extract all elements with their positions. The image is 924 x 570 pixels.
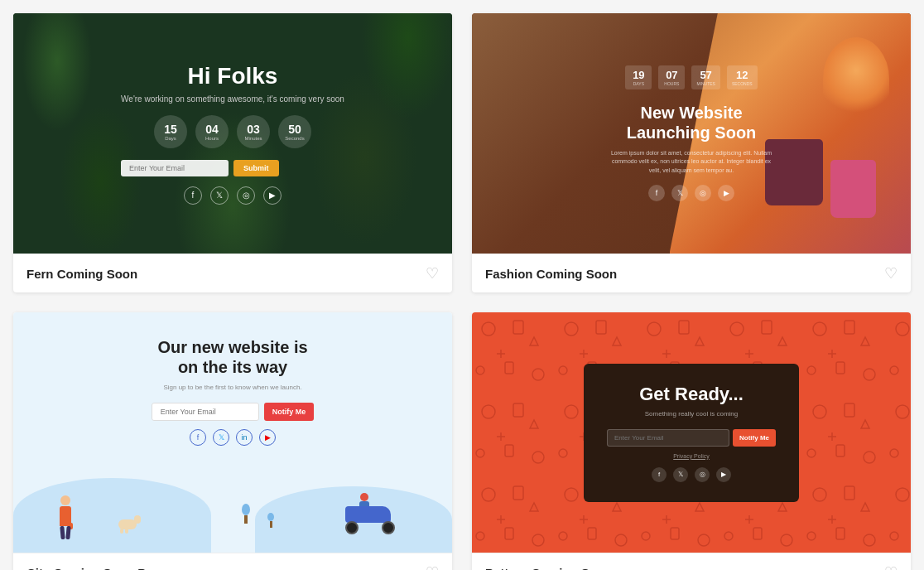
- card-fashion: 19 DAYS 07 HOURS 57 MINUTES 12: [472, 13, 911, 292]
- fern-headline: Hi Folks: [121, 63, 344, 89]
- pattern-privacy-link[interactable]: Privacy Policy: [607, 453, 776, 459]
- fashion-card-footer: Fashion Coming Soon ♡: [472, 254, 911, 292]
- pattern-instagram-icon[interactable]: ◎: [695, 467, 710, 482]
- pattern-social-icons: f 𝕏 ◎ ▶: [607, 467, 776, 482]
- pattern-card-footer: Pattern Coming Soon ♡: [472, 553, 911, 570]
- fashion-headline: New WebsiteLaunching Soon: [609, 103, 774, 142]
- fashion-instagram-icon[interactable]: ◎: [695, 185, 711, 201]
- fern-hours: 04 Hours: [195, 115, 229, 148]
- fashion-card-title: Fashion Coming Soon: [485, 267, 617, 281]
- fashion-heart-icon[interactable]: ♡: [884, 264, 898, 283]
- pattern-card-title: Pattern Coming Soon: [485, 566, 612, 571]
- city-email-input[interactable]: [152, 403, 259, 421]
- fern-social-icons: f 𝕏 ◎ ▶: [121, 186, 344, 205]
- city-facebook-icon[interactable]: f: [190, 429, 206, 446]
- fashion-facebook-icon[interactable]: f: [648, 185, 665, 201]
- city-hill-left: [13, 478, 211, 553]
- fashion-minutes: 57 MINUTES: [691, 65, 720, 89]
- city-headline: Our new website ison the its way: [152, 337, 315, 377]
- city-subtitle: Sign up to be the first to know when we …: [152, 384, 315, 391]
- city-social-icons: f 𝕏 in ▶: [152, 429, 315, 446]
- template-grid: Hi Folks We're working on something awes…: [13, 13, 911, 570]
- fashion-preview[interactable]: 19 DAYS 07 HOURS 57 MINUTES 12: [472, 13, 911, 254]
- fern-youtube-icon[interactable]: ▶: [263, 186, 282, 205]
- fern-card-title: Fern Coming Soon: [26, 267, 137, 281]
- card-pattern: Get Ready... Something really cool is co…: [472, 312, 911, 570]
- city-scene: [13, 437, 452, 553]
- fern-heart-icon[interactable]: ♡: [426, 264, 439, 283]
- fern-twitter-icon[interactable]: 𝕏: [210, 186, 229, 205]
- pattern-preview[interactable]: Get Ready... Something really cool is co…: [472, 312, 911, 553]
- fashion-content: 19 DAYS 07 HOURS 57 MINUTES 12: [593, 49, 791, 219]
- fern-email-row: Submit: [121, 160, 344, 176]
- city-linkedin-icon[interactable]: in: [236, 429, 253, 446]
- fern-countdown: 15 Days 04 Hours 03 Minutes 50: [121, 115, 344, 148]
- fashion-youtube-icon[interactable]: ▶: [718, 185, 734, 201]
- city-youtube-icon[interactable]: ▶: [259, 429, 276, 446]
- fashion-social-icons: f 𝕏 ◎ ▶: [609, 185, 774, 201]
- city-card-title: City Coming Soon Page: [26, 566, 167, 571]
- fern-submit-button[interactable]: Submit: [233, 160, 279, 176]
- city-content: Our new website ison the its way Sign up…: [152, 337, 315, 454]
- card-fern: Hi Folks We're working on something awes…: [13, 13, 452, 292]
- city-email-row: Notify Me: [152, 403, 315, 421]
- fern-preview[interactable]: Hi Folks We're working on something awes…: [13, 13, 452, 254]
- fern-subtitle: We're working on something awesome, it's…: [121, 94, 344, 104]
- pattern-twitter-icon[interactable]: 𝕏: [673, 467, 688, 482]
- fern-card-footer: Fern Coming Soon ♡: [13, 254, 452, 292]
- pattern-inner-card: Get Ready... Something really cool is co…: [584, 364, 799, 502]
- pattern-subtitle: Something really cool is coming: [607, 410, 776, 418]
- fern-email-input[interactable]: [121, 160, 229, 176]
- fern-minutes: 03 Minutes: [237, 115, 270, 148]
- pattern-heart-icon[interactable]: ♡: [884, 563, 898, 570]
- card-city: Our new website ison the its way Sign up…: [13, 312, 452, 570]
- city-tree2: [267, 513, 274, 528]
- pattern-notify-button[interactable]: Notify Me: [733, 429, 776, 447]
- pattern-youtube-icon[interactable]: ▶: [716, 467, 731, 482]
- fashion-days: 19 DAYS: [625, 65, 652, 89]
- pattern-email-row: Notify Me: [607, 429, 776, 447]
- pattern-email-input[interactable]: [607, 429, 729, 447]
- city-preview[interactable]: Our new website ison the its way Sign up…: [13, 312, 452, 553]
- fashion-twitter-icon[interactable]: 𝕏: [671, 185, 688, 201]
- city-tree: [242, 504, 250, 524]
- fashion-hours: 07 HOURS: [658, 65, 685, 89]
- city-scooter: [341, 493, 399, 534]
- fern-instagram-icon[interactable]: ◎: [237, 186, 255, 205]
- fashion-desc: Lorem ipsum dolor sit amet, consectetur …: [609, 149, 774, 176]
- city-twitter-icon[interactable]: 𝕏: [213, 429, 229, 446]
- city-dog: [118, 519, 137, 529]
- city-person1: [57, 495, 73, 529]
- fashion-seconds: 12 SECONDS: [727, 65, 758, 89]
- city-notify-button[interactable]: Notify Me: [264, 403, 315, 421]
- pattern-facebook-icon[interactable]: f: [652, 467, 667, 482]
- fern-days: 15 Days: [154, 115, 187, 148]
- fern-facebook-icon[interactable]: f: [184, 186, 202, 205]
- fern-seconds: 50 Seconds: [278, 115, 311, 148]
- city-card-footer: City Coming Soon Page ♡: [13, 553, 452, 570]
- fashion-timer: 19 DAYS 07 HOURS 57 MINUTES 12: [609, 65, 774, 89]
- city-heart-icon[interactable]: ♡: [426, 563, 439, 570]
- pattern-headline: Get Ready...: [607, 384, 776, 405]
